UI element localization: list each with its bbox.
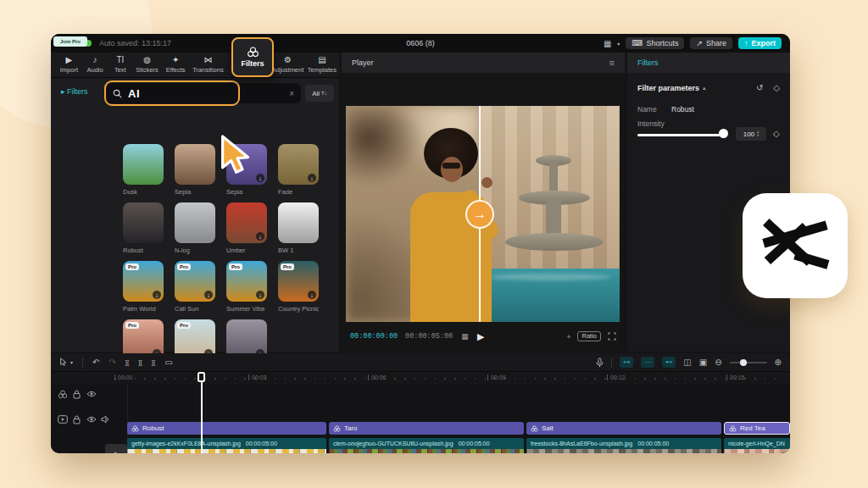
undo-icon[interactable]: ↶: [92, 358, 99, 367]
capcut-app-window: Auto saved: 13:15:17 0606 (8) ▦ ▾ ⌨ Shor…: [51, 34, 790, 453]
intensity-keyframe-icon[interactable]: ◇: [773, 129, 780, 138]
filter-clip-taro[interactable]: Taro: [329, 422, 524, 435]
filter-card[interactable]: BW 1: [278, 202, 319, 258]
shortcuts-button[interactable]: ⌨ Shortcuts: [626, 37, 684, 49]
play-button[interactable]: ▶: [477, 331, 484, 342]
collapse-icon[interactable]: ▴: [703, 85, 706, 92]
sidebar-item-filters[interactable]: ▸ Filters: [61, 87, 88, 96]
filter-clip-red-tea[interactable]: Red Tea: [724, 422, 790, 435]
chevron-down-icon[interactable]: ▾: [617, 41, 620, 47]
tab-inspector-filters[interactable]: Filters: [637, 58, 659, 67]
track-view-icon[interactable]: ▣: [699, 358, 707, 367]
filter-thumbnail[interactable]: ↓: [278, 144, 319, 185]
filter-thumbnail[interactable]: [123, 144, 164, 185]
filter-card[interactable]: Dusk: [123, 144, 164, 200]
stepper-down-icon[interactable]: ▾: [757, 134, 759, 137]
compare-button[interactable]: →: [465, 200, 494, 229]
filter-card[interactable]: Pro ↓ Palm World: [123, 261, 164, 317]
fullscreen-icon[interactable]: [608, 332, 616, 341]
filter-thumbnail[interactable]: [278, 202, 319, 243]
filter-card[interactable]: Pro ↓ Country Picnic: [278, 261, 319, 317]
tab-text[interactable]: TI Text: [108, 56, 132, 74]
lock-icon[interactable]: [73, 390, 81, 399]
tab-import[interactable]: ▶ Import: [56, 56, 82, 74]
trim-left-icon[interactable]: ][: [138, 358, 142, 366]
tab-transitions[interactable]: ⋈ Transitions: [189, 56, 226, 74]
cover-button[interactable]: ✎ Cover: [105, 444, 127, 453]
filter-thumbnail[interactable]: Pro ↓: [278, 261, 319, 302]
playhead[interactable]: [201, 372, 203, 453]
filter-sort-dropdown[interactable]: All T↓: [305, 85, 334, 102]
tab-audio[interactable]: ♪ Audio: [82, 56, 108, 74]
tab-label: Templates: [308, 66, 337, 74]
keyframe-icon[interactable]: ◇: [773, 83, 780, 92]
filter-thumbnail[interactable]: [175, 144, 215, 185]
link-toggle[interactable]: ⊷: [662, 357, 676, 368]
filter-thumbnail[interactable]: [175, 202, 215, 243]
eye-icon[interactable]: [86, 391, 97, 397]
filter-card[interactable]: Sepia: [175, 144, 215, 200]
fit-screen-icon[interactable]: ⌖: [567, 332, 571, 341]
video-clip[interactable]: nicole-geri-HnQe_DN: [724, 438, 790, 453]
filter-thumbnail[interactable]: Pro ↓: [226, 261, 267, 302]
select-tool-icon[interactable]: [59, 358, 68, 367]
filter-card[interactable]: Robust: [123, 202, 164, 258]
download-icon: ↓: [153, 291, 161, 299]
playhead-handle[interactable]: [198, 372, 205, 382]
video-clip[interactable]: clem-onojeghuo-GUTUCKSUtlU-unsplash.jpg …: [329, 438, 524, 453]
tab-stickers[interactable]: ◍ Stickers: [132, 56, 162, 74]
share-button[interactable]: ↗ Share: [690, 37, 732, 49]
filter-clip-salt[interactable]: Salt: [526, 422, 721, 435]
preview-axis-icon[interactable]: ◫: [683, 358, 691, 367]
ruler-tick: 00:06: [368, 374, 387, 380]
timeline-zoom-knob[interactable]: [740, 359, 747, 366]
tab-adjustment[interactable]: ⚙ Adjustment: [270, 56, 304, 74]
split-icon[interactable]: ][: [125, 358, 129, 366]
pro-badge: Pro: [281, 263, 294, 270]
tab-templates[interactable]: ▤ Templates: [305, 56, 339, 74]
timeline-ruler[interactable]: 00:00 00:03 00:06 00:09 00:12 00:15: [51, 372, 790, 385]
filter-card[interactable]: Pro ↓ Summer Vibe: [226, 261, 267, 317]
filter-clip-robust[interactable]: Robust: [127, 422, 326, 435]
lock-icon[interactable]: [73, 415, 81, 424]
trim-right-icon[interactable]: ][: [152, 358, 155, 366]
filter-thumbnail[interactable]: Pro ↓: [175, 261, 215, 302]
tab-filters-active[interactable]: Filters: [231, 37, 274, 77]
filter-thumbnail[interactable]: [123, 202, 164, 243]
clear-search-icon[interactable]: ×: [289, 89, 294, 98]
filter-card[interactable]: ↓ Umber: [226, 202, 267, 258]
search-input[interactable]: AI ×: [106, 83, 301, 103]
toolbar-divider: [82, 358, 83, 368]
intensity-slider-knob[interactable]: [719, 129, 728, 138]
tab-effects[interactable]: ✦ Effects: [162, 56, 190, 74]
player-menu-icon[interactable]: ≡: [609, 58, 615, 68]
zoom-in-icon[interactable]: ⊕: [775, 358, 782, 367]
filter-card[interactable]: N-log: [175, 202, 215, 258]
person-face: [441, 157, 463, 182]
magnet-toggle[interactable]: ⊶: [620, 357, 633, 368]
reset-icon[interactable]: ↺: [756, 83, 763, 92]
ratio-button[interactable]: Ratio: [577, 331, 601, 341]
intensity-value-box[interactable]: 100 ▴ ▾: [736, 127, 766, 141]
video-clip[interactable]: freestocks-8hAsLaE6Fbo-unsplash.jpg 00:0…: [526, 438, 721, 453]
join-pro-button[interactable]: Join Pro: [53, 36, 87, 47]
layout-icon[interactable]: ▦: [604, 39, 611, 48]
export-button[interactable]: ↑ Export: [738, 37, 782, 49]
timeline-zoom-slider[interactable]: [730, 362, 767, 363]
delete-icon[interactable]: ▭: [164, 358, 172, 367]
frame-grid-icon[interactable]: ▦: [461, 332, 468, 341]
filter-card[interactable]: Pro ↓ Cali Sun: [175, 261, 215, 317]
video-clip[interactable]: getty-images-e2kKxF0LE8A-unsplash.jpg 00…: [127, 438, 326, 453]
select-tool-caret-icon[interactable]: ▾: [70, 359, 73, 365]
speaker-icon[interactable]: [101, 415, 109, 424]
redo-icon[interactable]: ↷: [108, 358, 115, 367]
eye-icon[interactable]: [86, 416, 97, 423]
intensity-slider[interactable]: [637, 134, 726, 136]
record-voiceover-icon[interactable]: [596, 358, 604, 368]
filter-thumbnail[interactable]: Pro ↓: [123, 261, 164, 302]
filter-card[interactable]: ↓ Fade: [278, 144, 319, 200]
zoom-out-icon[interactable]: ⊖: [715, 358, 721, 367]
filter-thumbnail[interactable]: ↓: [226, 202, 267, 243]
video-preview[interactable]: →: [346, 106, 620, 322]
snap-toggle[interactable]: ⋯: [641, 357, 654, 368]
